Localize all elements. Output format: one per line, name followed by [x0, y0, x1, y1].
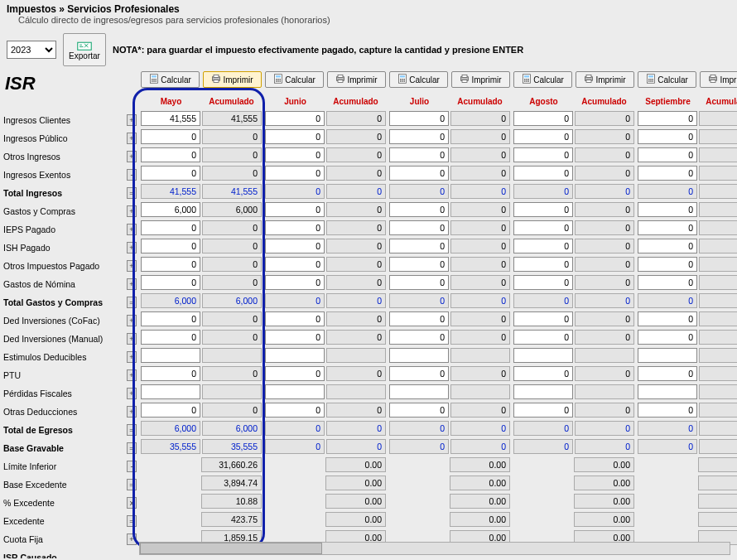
input-cell[interactable]: 0 — [389, 311, 449, 326]
input-cell[interactable]: 0 — [513, 111, 573, 126]
imprimir-button[interactable]: Imprimir — [576, 71, 634, 88]
year-select[interactable]: 2023 — [7, 41, 56, 59]
input-cell[interactable]: 0 — [638, 311, 697, 326]
input-cell[interactable]: 41,555 — [141, 111, 200, 126]
scrollbar-thumb[interactable] — [140, 543, 322, 554]
calcular-button[interactable]: Calcular — [513, 71, 572, 88]
input-cell[interactable]: 0 — [513, 166, 573, 181]
input-cell[interactable] — [638, 348, 697, 363]
input-cell[interactable]: 0 — [265, 239, 325, 253]
horizontal-scrollbar[interactable] — [139, 542, 730, 555]
input-cell[interactable]: 0 — [389, 366, 449, 381]
input-cell[interactable]: 0 — [141, 166, 200, 181]
imprimir-button[interactable]: Imprimir — [327, 71, 386, 88]
input-cell[interactable]: 0 — [513, 275, 573, 290]
calcular-button[interactable]: Calcular — [141, 71, 200, 88]
input-cell[interactable]: 0 — [265, 311, 325, 326]
svg-rect-36 — [524, 79, 526, 80]
input-cell[interactable]: 0 — [389, 239, 449, 253]
input-cell[interactable]: 0 — [141, 311, 200, 326]
input-cell[interactable]: 0 — [638, 330, 697, 345]
row-label: Total Gastos y Compras — [0, 293, 126, 311]
input-cell[interactable]: 0 — [389, 129, 449, 144]
row-label: Estimulos Deducibles — [0, 348, 126, 366]
input-cell[interactable]: 0 — [389, 220, 449, 235]
input-cell[interactable]: 0 — [265, 129, 325, 144]
readonly-cell: 0 — [450, 311, 510, 326]
input-cell[interactable]: 0 — [141, 403, 200, 418]
input-cell[interactable]: 0 — [265, 147, 325, 162]
input-cell[interactable]: 0 — [265, 111, 325, 126]
input-cell[interactable]: 6,000 — [141, 202, 200, 217]
input-cell[interactable] — [389, 384, 449, 399]
input-cell[interactable]: 0 — [141, 220, 200, 235]
input-cell[interactable]: 0 — [638, 111, 697, 126]
input-cell[interactable]: 0 — [265, 403, 325, 418]
input-cell[interactable]: 0 — [513, 147, 573, 162]
input-cell[interactable] — [638, 384, 697, 399]
input-cell[interactable]: 0 — [638, 129, 697, 144]
op-cell — [126, 548, 137, 558]
input-cell[interactable]: 0 — [638, 239, 697, 253]
input-cell[interactable]: 0 — [141, 129, 200, 144]
input-cell[interactable]: 0 — [513, 311, 573, 326]
calcular-button[interactable]: Calcular — [389, 71, 448, 88]
total-cell: 0 — [450, 421, 510, 436]
input-cell[interactable]: 0 — [141, 275, 200, 290]
input-cell[interactable] — [265, 384, 325, 399]
input-cell[interactable] — [141, 348, 200, 363]
input-cell[interactable]: 0 — [389, 202, 449, 217]
input-cell[interactable]: 0 — [513, 403, 573, 418]
input-cell[interactable]: 0 — [141, 366, 200, 381]
input-cell[interactable]: 0 — [141, 257, 200, 272]
calcular-button[interactable]: Calcular — [638, 71, 696, 88]
input-cell[interactable]: 0 — [513, 202, 573, 217]
input-cell[interactable]: 0 — [265, 275, 325, 290]
input-cell[interactable]: 0 — [638, 366, 697, 381]
input-cell[interactable]: 0 — [638, 257, 697, 272]
input-cell[interactable]: 0 — [638, 403, 697, 418]
input-cell[interactable]: 0 — [389, 403, 449, 418]
input-cell[interactable]: 0 — [141, 239, 200, 253]
input-cell[interactable]: 0 — [265, 257, 325, 272]
input-cell[interactable]: 0 — [389, 257, 449, 272]
input-cell[interactable] — [141, 384, 200, 399]
total-cell: 0 — [699, 439, 737, 454]
input-cell[interactable]: 0 — [513, 257, 573, 272]
input-cell[interactable]: 0 — [513, 330, 573, 345]
input-cell[interactable]: 0 — [141, 147, 200, 162]
input-cell[interactable]: 0 — [265, 202, 325, 217]
input-cell[interactable]: 0 — [389, 275, 449, 290]
input-cell[interactable]: 0 — [265, 220, 325, 235]
input-cell[interactable] — [389, 348, 449, 363]
imprimir-button[interactable]: Imprimir — [700, 71, 737, 88]
readonly-cell: 0.00 — [698, 457, 737, 472]
imprimir-button[interactable]: Imprimir — [451, 71, 510, 88]
input-cell[interactable]: 0 — [638, 166, 697, 181]
readonly-cell: 0 — [450, 403, 510, 418]
input-cell[interactable]: 0 — [265, 366, 325, 381]
input-cell[interactable]: 0 — [389, 330, 449, 345]
input-cell[interactable]: 0 — [389, 166, 449, 181]
input-cell[interactable]: 0 — [513, 129, 573, 144]
input-cell[interactable]: 0 — [513, 220, 573, 235]
input-cell[interactable]: 0 — [265, 166, 325, 181]
input-cell[interactable]: 0 — [389, 111, 449, 126]
input-cell[interactable] — [513, 348, 573, 363]
svg-rect-44 — [586, 80, 591, 83]
op-cell: + — [126, 311, 137, 330]
input-cell[interactable]: 0 — [265, 330, 325, 345]
input-cell[interactable]: 0 — [513, 366, 573, 381]
input-cell[interactable]: 0 — [389, 147, 449, 162]
input-cell[interactable] — [513, 384, 573, 399]
calcular-button[interactable]: Calcular — [265, 71, 324, 88]
input-cell[interactable]: 0 — [638, 275, 697, 290]
input-cell[interactable]: 0 — [513, 239, 573, 253]
input-cell[interactable]: 0 — [638, 202, 697, 217]
input-cell[interactable]: 0 — [638, 220, 697, 235]
export-button[interactable]: Exportar — [63, 33, 106, 66]
input-cell[interactable]: 0 — [638, 147, 697, 162]
input-cell[interactable] — [265, 348, 325, 363]
input-cell[interactable]: 0 — [141, 330, 200, 345]
imprimir-button[interactable]: Imprimir — [203, 71, 262, 88]
